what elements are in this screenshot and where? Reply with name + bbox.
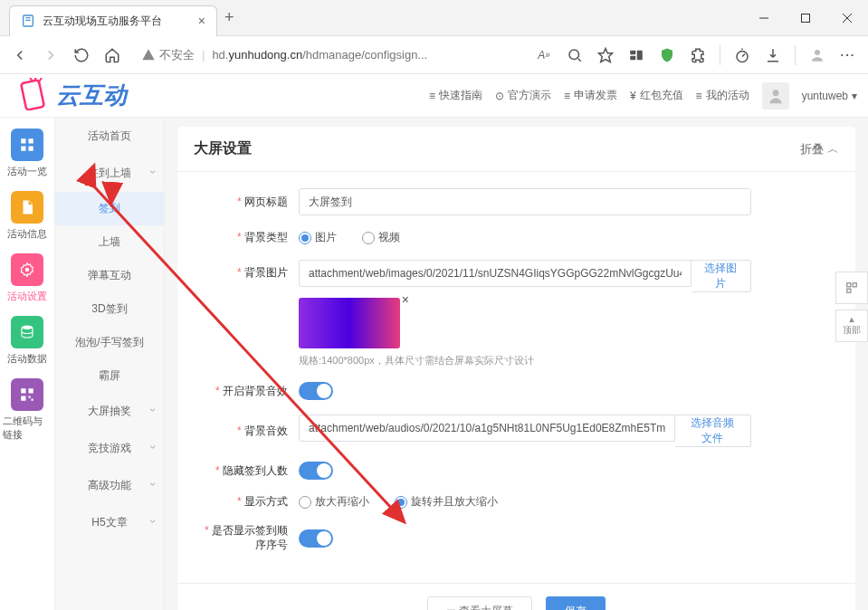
bg-image-preview: × bbox=[299, 298, 400, 348]
label-bg-image: 背景图片 bbox=[199, 260, 299, 281]
logo-phone-icon bbox=[16, 78, 52, 113]
tab-title: 云互动现场互动服务平台 bbox=[43, 14, 191, 29]
sub-item-h5[interactable]: H5文章 bbox=[55, 504, 164, 541]
radio-bg-image[interactable]: 图片 bbox=[299, 230, 337, 245]
app-logo[interactable]: 云互动 bbox=[16, 78, 127, 113]
sub-item-bubble[interactable]: 泡泡/手写签到 bbox=[55, 326, 164, 359]
sub-item-home[interactable]: 活动首页 bbox=[55, 118, 164, 155]
radio-display-rotate[interactable]: 旋转并且放大缩小 bbox=[395, 494, 498, 510]
svg-rect-27 bbox=[847, 289, 851, 292]
svg-point-18 bbox=[25, 268, 30, 272]
sub-item-games[interactable]: 竞技游戏 bbox=[55, 430, 164, 467]
float-qr-icon[interactable] bbox=[835, 272, 868, 304]
sub-item-advanced[interactable]: 高级功能 bbox=[55, 467, 164, 504]
svg-point-5 bbox=[569, 50, 579, 60]
nav-demo[interactable]: ⊙ 官方演示 bbox=[495, 88, 551, 103]
nav-back-icon[interactable] bbox=[11, 46, 29, 64]
performance-icon[interactable] bbox=[733, 46, 751, 64]
browser-tab[interactable]: 云互动现场互动服务平台 × bbox=[9, 5, 217, 36]
tab-close-icon[interactable]: × bbox=[198, 14, 205, 28]
sidebar-item-info[interactable]: 活动信息 bbox=[3, 187, 52, 244]
save-button[interactable]: 保存 bbox=[546, 596, 606, 610]
tab-favicon-icon bbox=[21, 14, 35, 28]
switch-show-order[interactable] bbox=[299, 529, 333, 548]
sidebar-item-qr[interactable]: 二维码与链接 bbox=[3, 375, 52, 445]
input-bg-sound-path[interactable] bbox=[299, 415, 675, 442]
switch-hide-sign-count[interactable] bbox=[299, 462, 333, 480]
nav-invoice[interactable]: ≡ 申请发票 bbox=[564, 88, 617, 103]
search-icon[interactable] bbox=[566, 46, 584, 64]
svg-rect-22 bbox=[21, 396, 25, 401]
icon-sidebar: 活动一览 活动信息 活动设置 活动数据 二维码与链接 bbox=[0, 118, 54, 610]
switch-bg-sound-on[interactable] bbox=[299, 382, 333, 400]
browser-url-bar: 不安全 | hd.yunhudong.cn/hdmanage/configsig… bbox=[0, 36, 868, 74]
sidebar-item-settings[interactable]: 活动设置 bbox=[3, 250, 52, 307]
nav-home-icon[interactable] bbox=[103, 46, 121, 64]
svg-rect-12 bbox=[21, 80, 44, 110]
nav-refresh-icon[interactable] bbox=[72, 46, 91, 64]
svg-rect-23 bbox=[29, 396, 31, 398]
translate-icon[interactable]: A» bbox=[535, 46, 553, 64]
profile-icon[interactable] bbox=[808, 46, 826, 64]
sidebar-item-data[interactable]: 活动数据 bbox=[3, 312, 52, 369]
window-close-icon[interactable] bbox=[826, 0, 868, 36]
label-show-order: 是否显示签到顺序序号 bbox=[199, 524, 299, 552]
preview-bigscreen-button[interactable]: ▭ 查看大屏幕 bbox=[427, 596, 532, 610]
qr-icon bbox=[11, 378, 43, 411]
nav-recharge[interactable]: ¥ 红包充值 bbox=[630, 88, 683, 103]
gear-icon bbox=[11, 253, 43, 286]
document-icon bbox=[11, 191, 43, 224]
extensions-icon[interactable] bbox=[689, 46, 707, 64]
insecure-warning-icon: 不安全 bbox=[141, 47, 195, 63]
more-icon[interactable]: ··· bbox=[839, 46, 857, 64]
download-icon[interactable] bbox=[764, 46, 782, 64]
nav-my-activities[interactable]: ≡ 我的活动 bbox=[696, 88, 749, 103]
radio-bg-video[interactable]: 视频 bbox=[362, 230, 400, 245]
sidebar-item-overview[interactable]: 活动一览 bbox=[3, 125, 52, 182]
shield-icon[interactable] bbox=[658, 46, 676, 64]
select-image-button[interactable]: 选择图片 bbox=[692, 260, 751, 292]
new-tab-icon[interactable]: + bbox=[224, 8, 234, 27]
collections-icon[interactable] bbox=[627, 46, 645, 64]
window-maximize-icon[interactable] bbox=[785, 0, 826, 36]
collapse-button[interactable]: 折叠 ︿ bbox=[800, 141, 839, 157]
window-minimize-icon[interactable] bbox=[743, 0, 785, 36]
svg-rect-2 bbox=[802, 14, 810, 23]
nav-quick-guide[interactable]: ≡ 快速指南 bbox=[429, 88, 482, 103]
sub-item-sign[interactable]: 签到 bbox=[55, 192, 164, 225]
sub-item-bully[interactable]: 霸屏 bbox=[55, 359, 164, 393]
radio-display-zoom[interactable]: 放大再缩小 bbox=[299, 494, 369, 510]
label-bg-type: 背景类型 bbox=[199, 230, 299, 245]
svg-rect-26 bbox=[853, 283, 856, 287]
label-display-mode: 显示方式 bbox=[199, 494, 299, 510]
svg-marker-6 bbox=[599, 48, 613, 62]
select-audio-button[interactable]: 选择音频文件 bbox=[675, 415, 751, 447]
sub-item-wall[interactable]: 上墙 bbox=[55, 225, 164, 259]
float-top-button[interactable]: ▲顶部 bbox=[835, 310, 868, 342]
browser-tab-bar: 云互动现场互动服务平台 × + bbox=[0, 0, 868, 36]
url-address[interactable]: 不安全 | hd.yunhudong.cn/hdmanage/configsig… bbox=[134, 47, 522, 63]
chevron-up-icon: ︿ bbox=[827, 141, 839, 157]
sub-item-3d[interactable]: 3D签到 bbox=[55, 292, 164, 326]
app-header: 云互动 ≡ 快速指南 ⊙ 官方演示 ≡ 申请发票 ¥ 红包充值 ≡ 我的活动 y… bbox=[0, 74, 868, 118]
grid-icon bbox=[11, 129, 43, 161]
svg-rect-20 bbox=[21, 388, 25, 393]
favorites-icon[interactable] bbox=[596, 46, 615, 64]
svg-point-19 bbox=[22, 326, 33, 330]
svg-point-11 bbox=[815, 50, 820, 55]
image-size-hint: 规格:1400*800px，具体尺寸需结合屏幕实际尺寸设计 bbox=[299, 354, 751, 367]
label-hide-sign-count: 隐藏签到人数 bbox=[199, 463, 299, 479]
user-avatar[interactable] bbox=[762, 82, 789, 110]
preview-close-icon[interactable]: × bbox=[402, 292, 409, 307]
sub-item-signwall[interactable]: 签到上墙 bbox=[55, 155, 164, 192]
sub-item-danmu[interactable]: 弹幕互动 bbox=[55, 259, 164, 292]
svg-rect-15 bbox=[29, 138, 33, 143]
svg-rect-7 bbox=[630, 50, 635, 54]
label-web-title: 网页标题 bbox=[199, 195, 299, 210]
sub-item-bigscreen-draw[interactable]: 大屏抽奖 bbox=[55, 393, 164, 430]
input-web-title[interactable] bbox=[299, 188, 751, 215]
username-dropdown[interactable]: yuntuweb ▾ bbox=[802, 90, 857, 102]
svg-rect-14 bbox=[21, 138, 25, 143]
input-bg-image-path[interactable] bbox=[299, 260, 692, 287]
svg-rect-16 bbox=[21, 147, 25, 151]
